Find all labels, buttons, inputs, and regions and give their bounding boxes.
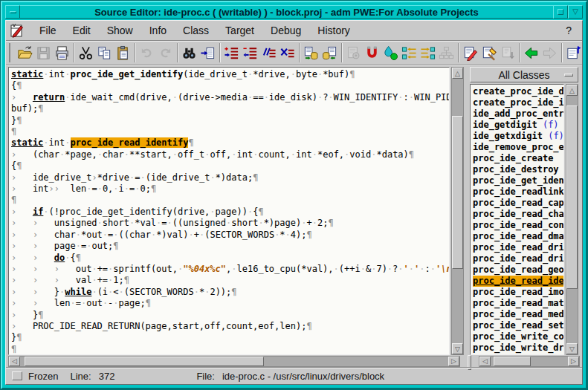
back-button[interactable] [522,43,540,62]
menu-items: FileEditShowInfoClassTargetDebugHistory [31,22,358,39]
menu-edit[interactable]: Edit [65,22,99,39]
save-button[interactable] [34,43,53,62]
menu-file[interactable]: File [31,22,65,39]
code-hscroll-thumb[interactable] [25,357,265,366]
class-list-item[interactable]: proc_ide_read_dri [473,253,563,264]
class-list[interactable]: create_proc_ide_dcreate_proc_ide_iide_ad… [470,84,564,355]
code-vscroll-thumb[interactable] [452,116,463,269]
class-list-item[interactable]: proc_ide_read_cha [473,209,563,220]
class-filter-dropdown[interactable]: All Classes [470,67,578,82]
paste-button[interactable] [114,43,132,62]
class-hscroll-thumb[interactable] [494,357,531,366]
parse-icon [346,45,361,61]
code-hscroll-track[interactable] [20,357,448,366]
class-list-item[interactable]: proc_ide_read_dri [473,242,563,253]
class-list-item-selected[interactable]: proc_ide_read_ide [473,276,563,287]
magnet-button[interactable] [363,43,381,62]
forward-button[interactable] [540,43,559,62]
route-out-button[interactable] [419,43,437,62]
code-line: › › }·while·(i·<·(SECTOR_WORDS·*·2));¶ [11,287,449,298]
scroll-left-icon[interactable]: ◁ [479,357,491,366]
class-list-item[interactable]: proc_ide_read_geo [473,264,563,276]
properties-button[interactable] [564,43,583,62]
class-hscroll-track[interactable] [491,357,568,366]
menu-history[interactable]: History [309,22,358,39]
cut-button[interactable] [77,43,95,62]
menu-target[interactable]: Target [217,22,262,39]
menu-class[interactable]: Class [175,22,217,39]
shade-button[interactable]: ▽ [568,5,583,19]
class-list-item[interactable]: proc_ide_write_dr [473,342,563,354]
class-list-item[interactable]: proc_ide_create [473,153,563,164]
buffer-export-button[interactable] [302,43,320,62]
class-list-item[interactable]: proc_ide_read_con [473,220,563,231]
class-list-item[interactable]: proc_ide_read_mat [473,298,563,309]
class-list-item[interactable]: proc_ide_read_set [473,320,563,331]
class-vertical-scrollbar[interactable]: △ ▽ [566,84,578,355]
uncomment-button[interactable] [278,43,297,62]
help-menu[interactable]: ? [560,22,578,39]
class-list-item[interactable]: proc_ide_destroy [473,164,563,175]
class-list-item[interactable]: proc_ide_read_cap [473,198,563,209]
menu-debug[interactable]: Debug [262,22,309,39]
indent-less-button[interactable] [241,43,259,62]
code-editor[interactable]: static·int·proc_ide_get_identify(ide_dri… [8,67,450,355]
code-horizontal-scrollbar[interactable]: ◁ ▷ [8,356,460,367]
menu-show[interactable]: Show [99,22,141,39]
parse-button[interactable] [344,43,363,62]
class-list-item[interactable]: ide_getdigit (f) [473,120,563,131]
route-in-button[interactable] [400,43,419,62]
comment-button[interactable] [259,43,278,62]
code-line: ¶ [11,195,449,206]
scroll-right-icon[interactable]: ▷ [568,357,579,366]
reload-button[interactable] [498,43,517,62]
code-vscroll-track[interactable] [452,79,463,343]
file-path: ide-proc.c - /usr/src/linux/drivers/bloc… [222,371,384,382]
class-vscroll-track[interactable] [566,96,578,343]
class-list-item[interactable]: ide_getxdigit (f) [473,131,563,142]
colorize-button[interactable] [381,43,400,62]
build-button[interactable] [479,43,498,62]
class-list-item[interactable]: proc_ide_readlink [473,186,563,198]
route-in-icon [401,45,417,61]
scroll-up-icon[interactable]: △ [566,85,578,96]
class-list-item[interactable]: ide_add_proc_entr [473,108,563,120]
print-button[interactable] [53,43,71,62]
class-list-item[interactable]: create_proc_ide_i [473,97,563,108]
hierarchy-button[interactable] [437,43,456,62]
class-list-item[interactable]: create_proc_ide_d [473,86,563,97]
class-list-item[interactable]: ide_remove_proc_e [473,142,563,153]
toolbar-grip[interactable] [9,43,10,62]
scroll-down-icon[interactable]: ▽ [566,343,578,354]
class-list-item[interactable]: proc_ide_get_iden [473,175,563,186]
scroll-right-icon[interactable]: ▷ [448,357,459,366]
menubar: FileEditShowInfoClassTargetDebugHistory … [6,21,582,41]
maximize-button[interactable] [553,5,568,19]
indent-more-button[interactable] [222,43,241,62]
find-button[interactable] [180,43,198,62]
titlebar[interactable]: Source Editor: ide-proc.c ( (writable) )… [5,5,583,19]
toolbar-group [74,43,135,62]
scroll-down-icon[interactable]: ▽ [452,343,463,354]
copy-button[interactable] [95,43,114,62]
class-vscroll-thumb[interactable] [566,105,578,288]
class-list-item[interactable]: proc_ide_write_co [473,331,563,342]
toolbar-group [13,43,74,62]
open-button[interactable] [16,43,34,62]
undo-button[interactable] [138,43,156,62]
class-horizontal-scrollbar[interactable]: ◁ ▷ [479,356,580,367]
annotate-button[interactable] [461,43,479,62]
class-list-item[interactable]: proc_ide_read_dma [473,231,563,242]
code-vertical-scrollbar[interactable]: △ ▽ [451,67,464,355]
class-list-item[interactable]: proc_ide_read_imo [473,287,563,298]
redo-button[interactable] [156,43,175,62]
buffer-import-button[interactable] [320,43,339,62]
window-menu-button[interactable] [5,5,20,19]
option-menu-icon [564,74,573,77]
menu-info[interactable]: Info [141,22,175,39]
freeze-toggle[interactable] [12,371,22,380]
goto-line-button[interactable] [198,43,217,62]
scroll-up-icon[interactable]: △ [452,68,463,79]
scroll-left-icon[interactable]: ◁ [9,357,20,366]
class-list-item[interactable]: proc_ide_read_med [473,309,563,320]
